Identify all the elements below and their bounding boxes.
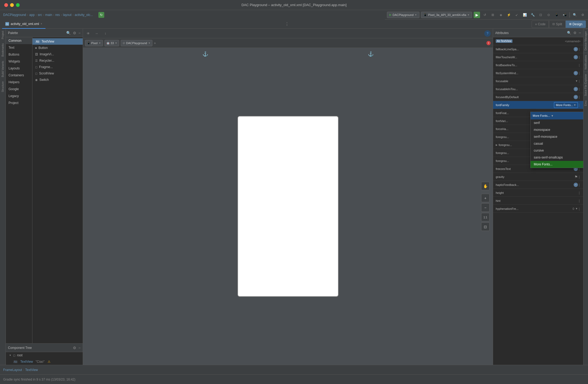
zoom-reset-button[interactable]: 1:1 [481,213,490,222]
tab-activity[interactable]: Ac activity_old_xml.xml × [2,20,45,29]
attr-haptic-feedback[interactable]: hapticFeedback... − | [493,181,583,189]
attr-fallback-minus-btn[interactable]: − [574,47,578,51]
api-select[interactable]: 🤖 33 ▼ [105,40,119,46]
toolbar-icon-2[interactable]: ◈ [498,12,504,18]
status-textview[interactable]: TextView [25,368,38,372]
right-strip-notifications[interactable]: Notifications [583,53,588,72]
device-selector[interactable]: 📱 Pixel_3a_API_33_arm64-v8a ▼ [421,12,472,18]
palette-cat-containers[interactable]: Containers [6,72,32,79]
palette-item-scrollview[interactable]: ◻ ScrollView [32,70,83,77]
breadcrumb-src[interactable]: src [38,13,42,17]
attr-focusable-in-touch[interactable]: focusableInTou... − | [493,85,583,93]
project-select[interactable]: @ DACPlayground ▼ [121,40,152,46]
attr-filter-minus-btn[interactable]: − [574,55,578,59]
zoom-out-button[interactable]: − [481,203,490,212]
palette-item-imageview[interactable]: 🖼 ImageVi... [32,51,83,57]
palette-item-switch[interactable]: ◉ Switch [32,77,83,83]
view-design-tab[interactable]: ⊞ Design [566,20,586,28]
tree-item-root[interactable]: ▼ ◻ root [6,352,83,358]
app-selector[interactable]: ▶ DACPlayground ▼ [387,12,419,18]
palette-cat-common[interactable]: Common [6,37,32,44]
attr-focusableintouch-minus-btn[interactable]: − [574,87,578,91]
palette-item-fragment[interactable]: ◻ Fragme... [32,64,83,70]
tab-more-button[interactable]: ⋮ [285,22,289,27]
palette-search-button[interactable]: 🔍 [66,31,71,35]
toolbar-icon-5[interactable]: 📊 [522,12,528,18]
left-strip-build[interactable]: Build Variants [1,59,5,79]
breadcrumb-file[interactable]: activity_olc... [75,13,93,17]
error-indicator[interactable]: ! [486,41,491,45]
font-option-serif[interactable]: serif [531,119,583,126]
overflow-button[interactable]: » [154,41,156,45]
palette-cat-project[interactable]: Project [6,99,32,106]
palette-item-recyclerview[interactable]: ☰ Recycler... [32,57,83,64]
help-button[interactable]: ? [484,30,491,37]
palette-cat-buttons[interactable]: Buttons [6,51,32,58]
attr-fallback-line-spa[interactable]: fallbackLineSpa... − | [493,45,583,53]
run-button[interactable]: ▶ [474,12,480,18]
font-option-casual[interactable]: casual [531,140,583,147]
attr-focusedbydefault-minus-btn[interactable]: − [574,95,578,99]
font-option-sans-serif-smallcaps[interactable]: sans-serif-smallcaps [531,154,583,161]
palette-cat-widgets[interactable]: Widgets [6,58,32,65]
search-toolbar-button[interactable]: 🔍 [572,12,578,18]
breadcrumb-layout[interactable]: layout [63,13,72,17]
attributes-collapse-button[interactable]: − [579,31,581,35]
attr-height[interactable]: height | [493,189,583,197]
palette-collapse-button[interactable]: − [78,31,81,35]
attr-first-baseline[interactable]: firstBaselineTo... | [493,61,583,69]
eye-tool-button[interactable]: 👁 [85,30,91,37]
right-strip-emu[interactable]: Emu [583,98,588,108]
right-strip-file-explorer[interactable]: Svice File Explorer [583,72,588,98]
attr-hyphenation-expand[interactable]: ▼ [575,207,578,210]
refresh-run-button[interactable]: ↺ [482,12,488,18]
tab-close-button[interactable]: × [41,22,42,25]
attr-fits-system[interactable]: fitsSystemWind... − | [493,69,583,77]
settings-toolbar-button[interactable]: ⚙ [579,12,586,18]
right-strip-device-manager[interactable]: Device Manager [583,29,588,53]
left-strip-structure[interactable]: Structure [1,79,5,94]
attr-hyphenation[interactable]: hyphenationFre... 0 ▼ | [493,205,583,213]
left-strip-project[interactable]: Project [1,29,5,41]
hand-tool-button[interactable]: ✋ [481,182,490,190]
minimize-button[interactable] [10,3,14,7]
toolbar-icon-3[interactable]: ⚡ [506,12,512,18]
width-tool-button[interactable]: ↔ [94,30,100,37]
status-framelayout[interactable]: FrameLayout [3,368,22,372]
palette-cat-legacy[interactable]: Legacy [6,93,32,99]
attr-focusable[interactable]: focusable ▼ | [493,77,583,85]
attributes-search-button[interactable]: 🔍 [567,31,571,35]
palette-cat-google[interactable]: Google [6,86,32,93]
device-select[interactable]: 📱 Pixel ▼ [85,40,103,46]
attr-focused-by-default[interactable]: focusedByDefault − | [493,93,583,101]
font-option-more-fonts[interactable]: More Fonts... [531,161,583,168]
avd-button[interactable]: 📲 [561,12,568,18]
component-tree-settings-button[interactable]: ⚙ [73,346,76,350]
breadcrumb-app[interactable]: app [29,13,35,17]
profile-button[interactable]: ⊙ [545,12,552,18]
palette-item-textview[interactable]: Ab TextView [32,38,83,45]
sync-icon[interactable]: ↻ [98,12,104,18]
attr-hint[interactable]: hint | [493,197,583,205]
attributes-settings-button[interactable]: ⚙ [573,31,577,35]
toolbar-icon-7[interactable]: ⊡ [537,12,544,18]
fit-button[interactable]: ⊡ [481,223,490,231]
attr-font-family[interactable]: fontFamily More Fonts... ▼ | More Fonts.… [493,101,583,109]
attr-gravity[interactable]: gravity ⚑ | [493,173,583,181]
zoom-in-button[interactable]: + [481,194,490,202]
breadcrumb-dac[interactable]: DACPlayground [3,13,26,17]
toolbar-icon-1[interactable]: ⊞ [490,12,496,18]
font-option-serif-monospace[interactable]: serif-monospace [531,133,583,140]
left-strip-bookmarks[interactable]: Bookmarks [1,41,5,59]
attr-haptic-minus-btn[interactable]: − [574,183,578,187]
attr-fits-minus-btn[interactable]: − [574,71,578,75]
device-manager-button[interactable]: 📱 [553,12,560,18]
maximize-button[interactable] [16,3,20,7]
font-option-cursive[interactable]: cursive [531,147,583,154]
attr-filter-touches[interactable]: filterTouchesW... − | [493,53,583,61]
palette-cat-helpers[interactable]: Helpers [6,79,32,86]
palette-item-button[interactable]: ■ Button [32,45,83,51]
toolbar-icon-6[interactable]: 🔧 [529,12,536,18]
palette-cat-text[interactable]: Text [6,44,32,51]
breadcrumb-res[interactable]: res [55,13,60,17]
